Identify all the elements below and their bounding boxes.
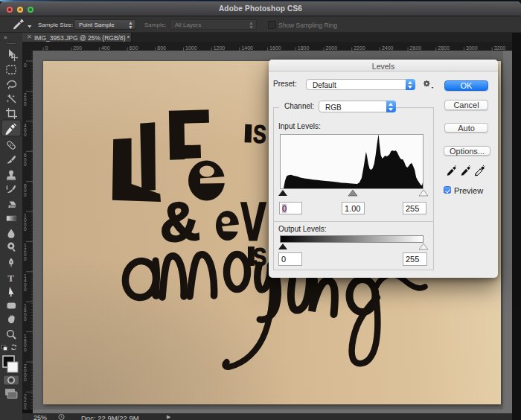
svg-text:1200: 1200 (214, 45, 226, 51)
svg-text:0: 0 (24, 226, 27, 232)
svg-text:»: » (4, 34, 7, 41)
svg-text:2800: 2800 (438, 45, 450, 51)
svg-text:T: T (7, 273, 14, 284)
svg-text:1600: 1600 (269, 45, 281, 51)
svg-text:0: 0 (24, 287, 27, 292)
svg-text:0: 0 (24, 192, 27, 197)
svg-text:S: S (252, 119, 267, 148)
svg-text:800: 800 (157, 45, 166, 51)
svg-text:0: 0 (24, 256, 27, 261)
svg-text:1400: 1400 (241, 45, 253, 51)
svg-text:0: 0 (24, 316, 27, 322)
svg-text:1800: 1800 (298, 45, 310, 51)
svg-text:400: 400 (101, 45, 110, 51)
svg-text:0: 0 (24, 347, 27, 352)
svg-text:3000: 3000 (466, 45, 478, 51)
svg-text:2600: 2600 (410, 45, 422, 51)
svg-text:200: 200 (73, 45, 82, 51)
svg-text:3200: 3200 (494, 45, 506, 51)
svg-text:0: 0 (24, 377, 27, 382)
svg-text:0: 0 (24, 407, 27, 410)
svg-text:0: 0 (24, 162, 27, 167)
svg-text:600: 600 (130, 45, 138, 51)
svg-text:0: 0 (24, 101, 27, 106)
svg-text:&: & (157, 189, 201, 254)
svg-text:0: 0 (24, 132, 27, 137)
svg-text:2400: 2400 (382, 45, 394, 51)
svg-text:2200: 2200 (354, 45, 365, 51)
svg-text:2000: 2000 (326, 45, 338, 51)
svg-text:0: 0 (45, 45, 48, 51)
svg-text:1000: 1000 (185, 45, 197, 51)
svg-text:0: 0 (24, 63, 27, 68)
